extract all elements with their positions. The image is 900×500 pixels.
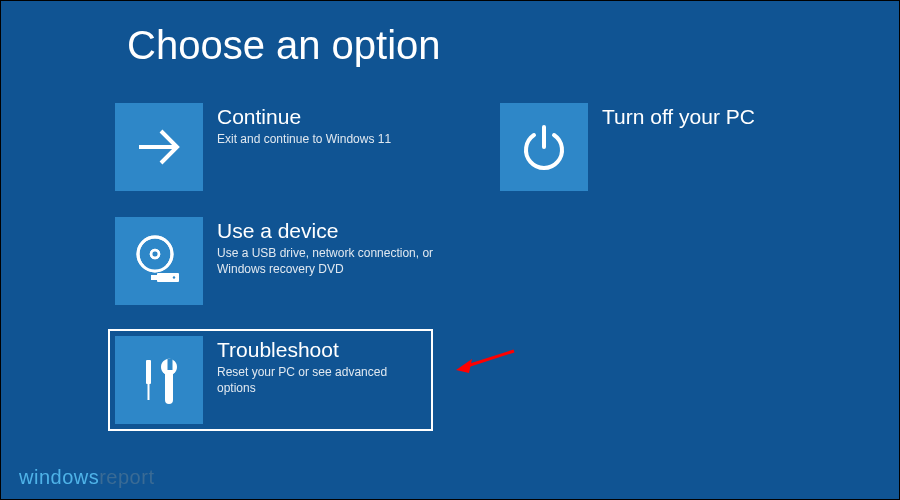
disc-usb-icon [115,217,203,305]
usedevice-desc: Use a USB drive, network connection, or … [217,245,436,277]
troubleshoot-text: Troubleshoot Reset your PC or see advanc… [203,336,426,424]
arrow-right-icon [115,103,203,191]
svg-point-8 [173,276,175,278]
tile-row: Continue Exit and continue to Windows 11… [113,101,823,193]
svg-rect-6 [157,273,179,282]
usedevice-text: Use a device Use a USB drive, network co… [203,217,436,305]
troubleshoot-desc: Reset your PC or see advanced options [217,364,426,396]
continue-text: Continue Exit and continue to Windows 11 [203,103,436,191]
usedevice-tile[interactable]: Use a device Use a USB drive, network co… [113,215,438,307]
page-title: Choose an option [127,23,441,68]
options-grid: Continue Exit and continue to Windows 11… [113,101,823,453]
troubleshoot-tile[interactable]: Troubleshoot Reset your PC or see advanc… [108,329,433,431]
turnoff-title: Turn off your PC [602,105,821,129]
watermark: windowsreport [19,466,154,489]
tile-row: Use a device Use a USB drive, network co… [113,215,823,307]
turnoff-tile[interactable]: Turn off your PC [498,101,823,193]
continue-title: Continue [217,105,436,129]
troubleshoot-title: Troubleshoot [217,338,426,362]
usedevice-title: Use a device [217,219,436,243]
svg-rect-9 [146,360,151,384]
watermark-part2: report [99,466,154,488]
svg-rect-10 [148,384,150,400]
svg-rect-7 [151,275,158,280]
tile-row: Troubleshoot Reset your PC or see advanc… [113,329,823,431]
power-icon [500,103,588,191]
continue-tile[interactable]: Continue Exit and continue to Windows 11 [113,101,438,193]
svg-point-5 [151,250,159,258]
tools-icon [115,336,203,424]
continue-desc: Exit and continue to Windows 11 [217,131,436,147]
turnoff-text: Turn off your PC [588,103,821,191]
svg-rect-11 [168,359,173,370]
watermark-part1: windows [19,466,99,488]
